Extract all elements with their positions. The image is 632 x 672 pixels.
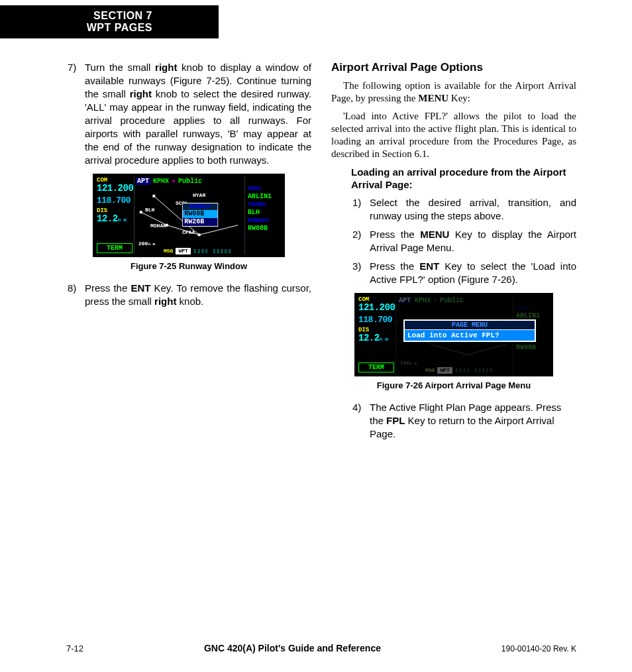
map-scale: 200n m	[138, 241, 155, 247]
gps-screenshot-26: COM121.200 118.700 DIS12.2n m TERM APT K…	[357, 296, 551, 374]
map-label-cpaa: CPAA	[182, 229, 195, 235]
substep-2-number: 2)	[351, 228, 370, 254]
airport-code: KPHX	[153, 178, 169, 185]
gps-bottombar: MSG WPT ▯▯▯▯ ▯▯▯▯▯	[134, 248, 244, 254]
runway-value: RW08B	[246, 225, 281, 233]
substep-1-text: Select the desired arrival, transition, …	[370, 196, 576, 223]
figure-7-25-caption: Figure 7-25 Runway Window	[66, 261, 311, 271]
step-7: 7) Turn the small right knob to display …	[66, 61, 311, 167]
substep-4: 4) The Active Flight Plan Page appears. …	[351, 401, 576, 441]
step-7-text: Turn the small right knob to display a w…	[85, 61, 311, 167]
figure-7-26: COM121.200 118.700 DIS12.2n m TERM APT K…	[354, 293, 553, 376]
dis-value: 12.2n m	[97, 214, 132, 225]
step-7-number: 7)	[66, 61, 85, 167]
msg-indicator: MSG	[161, 248, 176, 254]
svg-rect-0	[140, 211, 142, 213]
gps-left-panel: COM121.200 118.700 DIS12.2n m TERM	[95, 176, 134, 254]
substep-3-text: Press the ENT Key to select the 'Load in…	[370, 260, 576, 286]
svg-rect-3	[152, 195, 155, 197]
substep-4-text: The Active Flight Plan Page appears. Pre…	[370, 401, 576, 441]
right-column: Airport Arrival Page Options The followi…	[331, 61, 576, 446]
page-menu-option-load: Load into Active FPL?	[405, 330, 535, 341]
arvl-label: ARVL	[246, 186, 281, 192]
term-indicator: TERM	[97, 243, 132, 253]
section-title: WPT PAGES	[87, 22, 152, 34]
runway-label: RUNWAY	[246, 217, 281, 224]
figure-7-25: COM121.200 118.700 DIS12.2n m TERM APT K…	[93, 174, 285, 257]
runway-selection-popup: RUNWAY RW08B RW26B	[182, 203, 218, 227]
figure-7-26-caption: Figure 7-26 Airport Arrival Page Menu	[331, 380, 576, 390]
wpt-indicator: WPT	[176, 248, 190, 254]
section-header-tab: SECTION 7 WPT PAGES	[0, 5, 219, 38]
intro-paragraph-2: 'Load into Active FPL?' allows the pilot…	[331, 110, 576, 160]
trans-label: TRANS	[246, 201, 281, 208]
arvl-value: ARLIN1	[246, 193, 281, 201]
gps-left-panel-26: COM121.200 118.700 DIS12.2n m TERM	[357, 296, 395, 374]
map-label-hyar: HYAR	[193, 192, 205, 198]
page-menu-popup: PAGE MENU Load into Active FPL?	[403, 319, 536, 342]
step-8: 8) Press the ENT Key. To remove the flas…	[66, 282, 311, 308]
substep-1: 1) Select the desired arrival, transitio…	[351, 196, 576, 223]
standby-freq: 118.700	[97, 196, 132, 205]
step-8-text: Press the ENT Key. To remove the flashin…	[85, 282, 311, 308]
document-revision: 190-00140-20 Rev. K	[501, 644, 576, 653]
substep-4-number: 4)	[351, 401, 370, 441]
left-column: 7) Turn the small right knob to display …	[66, 61, 311, 446]
substep-3: 3) Press the ENT Key to select the 'Load…	[351, 260, 576, 286]
com-freq: 121.200	[97, 184, 132, 194]
airport-type: Public	[178, 178, 202, 185]
intro-paragraph-1: The following option is available for th…	[331, 80, 576, 105]
substep-2-text: Press the MENU Key to display the Airpor…	[370, 228, 576, 254]
substep-3-number: 3)	[351, 260, 370, 286]
apt-label: APT	[136, 178, 150, 185]
map-label-blh: BLH	[145, 207, 154, 213]
page-footer: 7-12 GNC 420(A) Pilot's Guide and Refere…	[66, 643, 576, 653]
gps-screenshot-25: COM121.200 118.700 DIS12.2n m TERM APT K…	[95, 176, 282, 254]
svg-rect-2	[198, 233, 201, 236]
step-8-number: 8)	[66, 282, 85, 308]
trans-value: BLH	[246, 209, 281, 217]
runway-popup-header: RUNWAY	[183, 203, 217, 210]
substep-1-number: 1)	[351, 196, 370, 223]
gps-right-panel: ARVL ARLIN1 TRANS BLH RUNWAY RW08B	[245, 176, 282, 254]
runway-option-rw26b: RW26B	[183, 218, 217, 226]
map-label-mohak: MOHAK	[150, 223, 166, 229]
document-title: GNC 420(A) Pilot's Guide and Reference	[204, 643, 381, 653]
substep-2: 2) Press the MENU Key to display the Air…	[351, 228, 576, 254]
page-bars: ▯▯▯▯ ▯▯▯▯▯	[193, 248, 232, 254]
section-number: SECTION 7	[93, 10, 152, 22]
loading-procedure-subheading: Loading an arrival procedure from the Ai…	[351, 166, 576, 191]
page-menu-title: PAGE MENU	[405, 321, 535, 330]
gps-topbar: APT KPHX ✈ Public	[134, 176, 244, 186]
airport-arrival-options-heading: Airport Arrival Page Options	[331, 61, 576, 74]
runway-option-rw08b: RW08B	[183, 210, 217, 218]
gps-map-area: APT KPHX ✈ Public	[134, 176, 245, 254]
page-number: 7-12	[66, 644, 83, 653]
airport-icon: ✈	[172, 177, 176, 185]
page-columns: 7) Turn the small right knob to display …	[66, 61, 576, 446]
